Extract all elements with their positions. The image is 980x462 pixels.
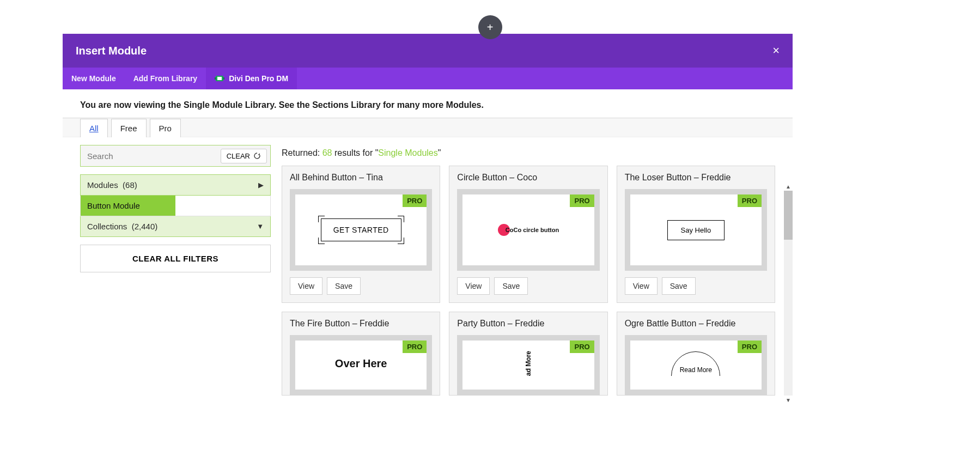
preview-vertical-text: ad More xyxy=(525,351,532,376)
modules-panel-head[interactable]: Modules (68) ▶ xyxy=(80,174,271,196)
divi-den-icon xyxy=(215,75,224,82)
collections-panel-head[interactable]: Collections (2,440) ▼ xyxy=(80,216,271,237)
modules-panel-body: Button Module xyxy=(80,196,271,216)
module-card: All Behind Button – Tina PRO GET STARTED… xyxy=(282,166,440,303)
view-button[interactable]: View xyxy=(625,277,658,295)
search-input[interactable] xyxy=(81,146,221,166)
chevron-down-icon: ▼ xyxy=(257,222,264,230)
module-card: The Fire Button – Freddie PRO Over Here xyxy=(282,312,440,396)
insert-module-modal: Insert Module × New Module Add From Libr… xyxy=(63,34,793,396)
card-preview: PRO Over Here xyxy=(290,335,432,395)
pro-badge: PRO xyxy=(738,194,762,207)
scroll-thumb[interactable] xyxy=(784,191,793,240)
results-grid: All Behind Button – Tina PRO GET STARTED… xyxy=(282,166,775,396)
pro-badge: PRO xyxy=(403,194,427,207)
sidebar: CLEAR Modules (68) ▶ Button Module xyxy=(80,145,271,396)
tab-new-module[interactable]: New Module xyxy=(63,68,125,89)
save-button[interactable]: Save xyxy=(662,277,696,295)
card-title: Circle Button – Coco xyxy=(449,166,607,189)
card-preview: PRO GET STARTED xyxy=(290,189,432,271)
collections-panel-label: Collections (2,440) xyxy=(87,222,157,231)
filter-bar: All Free Pro xyxy=(63,118,793,137)
preview-say-hello-button: Say Hello xyxy=(667,220,725,240)
filter-tab-all[interactable]: All xyxy=(80,119,108,137)
preview-coco-button: CoCo circle button xyxy=(498,224,559,236)
tab-divi-den-pro[interactable]: Divi Den Pro DM xyxy=(206,68,297,89)
card-title: All Behind Button – Tina xyxy=(282,166,440,189)
pro-badge: PRO xyxy=(738,341,762,353)
tab-divi-den-label: Divi Den Pro DM xyxy=(229,74,288,83)
card-actions: View Save xyxy=(282,271,440,302)
module-card: The Loser Button – Freddie PRO Say Hello… xyxy=(617,166,775,303)
sidebar-item-button-module[interactable]: Button Module xyxy=(81,196,175,216)
module-card: Party Button – Freddie PRO ad More xyxy=(449,312,607,396)
close-button[interactable]: × xyxy=(772,44,780,58)
svg-rect-3 xyxy=(223,77,224,80)
reload-icon xyxy=(253,152,261,160)
clear-all-filters-button[interactable]: CLEAR ALL FILTERS xyxy=(80,245,271,272)
scroll-down-icon[interactable]: ▼ xyxy=(784,396,793,404)
pro-badge: PRO xyxy=(403,341,427,353)
card-title: The Fire Button – Freddie xyxy=(282,312,440,335)
search-row: CLEAR xyxy=(80,145,271,167)
body-area: CLEAR Modules (68) ▶ Button Module xyxy=(63,137,793,396)
preview-over-here-text: Over Here xyxy=(335,357,387,370)
module-card: Ogre Battle Button – Freddie PRO Read Mo… xyxy=(617,312,775,396)
intro-text: You are now viewing the Single Module Li… xyxy=(63,89,793,118)
pro-badge: PRO xyxy=(570,341,594,353)
modules-panel: Modules (68) ▶ Button Module Collections… xyxy=(80,174,271,237)
card-preview: PRO CoCo circle button xyxy=(457,189,599,271)
modal-content: You are now viewing the Single Module Li… xyxy=(63,89,793,396)
preview-read-more-arc: Read More xyxy=(671,351,720,376)
card-title: Ogre Battle Button – Freddie xyxy=(617,312,775,335)
modal-header: Insert Module × xyxy=(63,34,793,68)
modal-title: Insert Module xyxy=(76,45,147,57)
card-preview: PRO Say Hello xyxy=(625,189,767,271)
clear-search-label: CLEAR xyxy=(227,152,250,160)
scrollbar[interactable]: ▲ ▼ xyxy=(784,191,793,396)
card-title: The Loser Button – Freddie xyxy=(617,166,775,189)
modal-tabbar: New Module Add From Library Divi Den Pro… xyxy=(63,68,793,89)
card-title: Party Button – Freddie xyxy=(449,312,607,335)
results-summary: Returned: 68 results for "Single Modules… xyxy=(282,145,775,158)
card-actions: View Save xyxy=(449,271,607,302)
modules-panel-label: Modules (68) xyxy=(87,180,137,190)
filter-tab-pro[interactable]: Pro xyxy=(150,119,181,137)
pro-badge: PRO xyxy=(570,194,594,207)
view-button[interactable]: View xyxy=(290,277,322,295)
card-preview: PRO Read More xyxy=(625,335,767,395)
save-button[interactable]: Save xyxy=(327,277,361,295)
floating-add-button[interactable]: + xyxy=(478,15,502,39)
filter-tab-free[interactable]: Free xyxy=(111,119,147,137)
filter-tabs: All Free Pro xyxy=(80,119,775,137)
view-button[interactable]: View xyxy=(457,277,490,295)
svg-rect-1 xyxy=(217,77,222,80)
card-actions: View Save xyxy=(617,271,775,302)
svg-rect-2 xyxy=(215,77,216,80)
main-results: Returned: 68 results for "Single Modules… xyxy=(282,145,775,396)
card-preview: PRO ad More xyxy=(457,335,599,395)
scroll-up-icon[interactable]: ▲ xyxy=(784,182,793,191)
chevron-right-icon: ▶ xyxy=(258,181,264,189)
tab-add-from-library[interactable]: Add From Library xyxy=(125,68,206,89)
clear-search-button[interactable]: CLEAR xyxy=(221,149,267,163)
preview-get-started-button: GET STARTED xyxy=(321,218,401,241)
module-card: Circle Button – Coco PRO CoCo circle but… xyxy=(449,166,607,303)
save-button[interactable]: Save xyxy=(494,277,528,295)
